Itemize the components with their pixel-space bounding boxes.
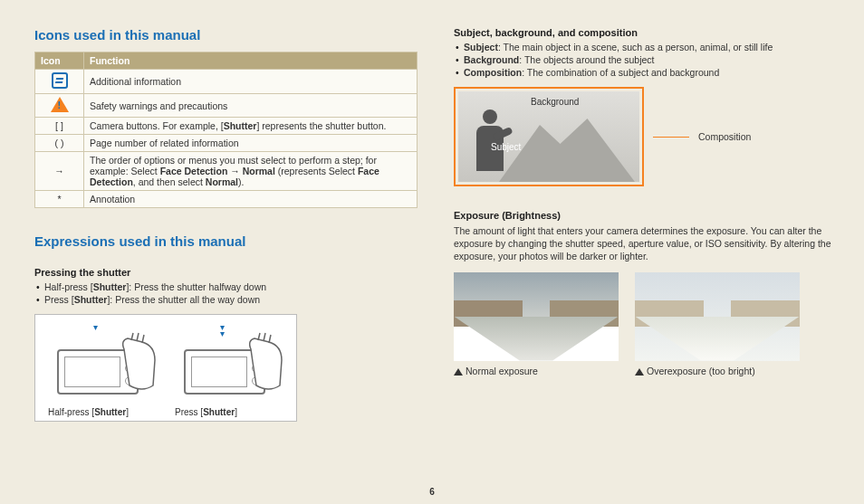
page-number: 6: [0, 487, 864, 497]
cell-text: Safety warnings and precautions: [84, 94, 418, 118]
heading-expressions: Expressions used in this manual: [34, 233, 418, 249]
bullet-halfpress: Half-press [Shutter]: Press the shutter …: [36, 281, 418, 292]
heading-icons: Icons used in this manual: [34, 27, 418, 43]
table-row: * Annotation: [35, 191, 418, 208]
triangle-up-icon: [454, 368, 463, 376]
table-row: → The order of options or menus you must…: [35, 152, 418, 191]
hand-icon: [242, 331, 287, 395]
normal-exposure-sample: Normal exposure: [454, 272, 619, 376]
table-row: ( ) Page number of related information: [35, 135, 418, 152]
cell-text: Additional information: [84, 70, 418, 94]
note-icon: [35, 70, 84, 94]
camera-fullpress-illustration: ▾▾: [175, 322, 283, 404]
overexposure-sample: Overexposure (too bright): [635, 272, 800, 376]
table-row: Additional information: [35, 70, 418, 94]
caption-fullpress: Press [Shutter]: [175, 407, 283, 417]
paren-icon: ( ): [35, 135, 84, 152]
table-row: [ ] Camera buttons. For example, [Shutte…: [35, 118, 418, 135]
label-composition: Composition: [698, 131, 751, 142]
star-icon: *: [35, 191, 84, 208]
cell-text: Camera buttons. For example, [Shutter] r…: [84, 118, 418, 135]
bullet-background: Background: The objects around the subje…: [456, 54, 837, 65]
exposure-title: Exposure (Brightness): [454, 210, 837, 221]
caption-halfpress: Half-press [Shutter]: [48, 407, 157, 417]
bullet-fullpress: Press [Shutter]: Press the shutter all t…: [36, 294, 418, 305]
caption-overexposure: Overexposure (too bright): [647, 366, 755, 376]
arrow-icon: →: [35, 152, 84, 191]
pressing-shutter-title: Pressing the shutter: [34, 267, 418, 278]
cell-text: Page number of related information: [84, 135, 418, 152]
triangle-up-icon: [635, 368, 644, 376]
chevron-down-icon: ▾▾: [220, 324, 225, 337]
label-subject: Subject: [491, 142, 521, 152]
shutter-illustration-box: ▾ Half-press [Shutter] ▾▾: [34, 314, 297, 422]
hand-icon: [115, 331, 160, 395]
brackets-icon: [ ]: [35, 118, 84, 135]
caption-normal-exposure: Normal exposure: [466, 366, 538, 376]
exposure-para: The amount of light that enters your cam…: [454, 224, 837, 263]
bullet-subject: Subject: The main object in a scene, suc…: [456, 42, 837, 52]
th-function: Function: [84, 52, 418, 70]
sbc-title: Subject, background, and composition: [454, 27, 837, 38]
cell-text: Annotation: [84, 191, 418, 208]
camera-halfpress-illustration: ▾: [48, 322, 157, 404]
table-row: Safety warnings and precautions: [35, 94, 418, 118]
composition-illustration: Background Subject: [454, 87, 644, 186]
label-background: Background: [531, 97, 579, 107]
bullet-composition: Composition: The combination of a subjec…: [456, 67, 837, 78]
th-icon: Icon: [35, 52, 84, 70]
chevron-down-icon: ▾: [93, 324, 98, 330]
cell-text: The order of options or menus you must s…: [84, 152, 418, 191]
callout-line: [653, 137, 689, 138]
icons-table: Icon Function Additional information Saf…: [34, 52, 418, 208]
warning-icon: [35, 94, 84, 118]
